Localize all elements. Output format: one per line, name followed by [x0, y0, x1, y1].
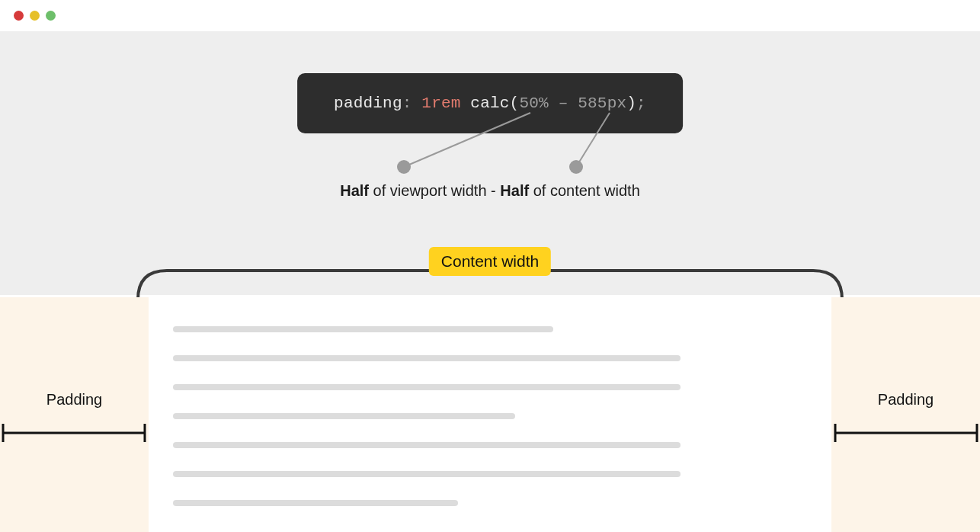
padding-region-right: Padding [831, 297, 980, 532]
layout-demo: Padding Padding [0, 297, 980, 532]
padding-bracket-left [0, 418, 152, 448]
code-value-1rem: 1rem [421, 95, 460, 112]
explainer-area: padding: 1rem calc(50% – 585px); Half of… [0, 31, 980, 295]
code-func: calc [470, 95, 509, 112]
code-property: padding [334, 95, 402, 112]
minimize-icon[interactable] [30, 11, 40, 21]
explain-bold-1: Half [340, 182, 369, 199]
skeleton-line [173, 355, 681, 361]
skeleton-line [173, 471, 681, 477]
code-percent-unit: % [539, 95, 549, 112]
window-chrome [0, 0, 980, 31]
zoom-icon[interactable] [46, 11, 56, 21]
skeleton-line [173, 326, 553, 332]
explain-seg-1: of viewport width - [369, 182, 500, 199]
code-px: 585px [578, 95, 626, 112]
code-minus: – [559, 95, 568, 112]
padding-bracket-right [828, 418, 980, 448]
content-region [149, 297, 831, 532]
padding-region-left: Padding [0, 297, 149, 532]
svg-point-1 [397, 160, 411, 174]
skeleton-line [173, 413, 515, 419]
svg-point-3 [569, 160, 583, 174]
explain-seg-2: of content width [529, 182, 640, 199]
padding-label-left: Padding [46, 391, 102, 409]
code-snippet: padding: 1rem calc(50% – 585px); [297, 73, 683, 133]
content-width-badge: Content width [429, 247, 551, 276]
explain-bold-2: Half [500, 182, 529, 199]
close-icon[interactable] [14, 11, 24, 21]
code-percent: 50 [519, 95, 539, 112]
padding-label-right: Padding [878, 391, 934, 409]
explanation-text: Half of viewport width - Half of content… [340, 182, 640, 200]
skeleton-line [173, 500, 458, 506]
skeleton-line [173, 384, 681, 390]
skeleton-line [173, 442, 681, 448]
